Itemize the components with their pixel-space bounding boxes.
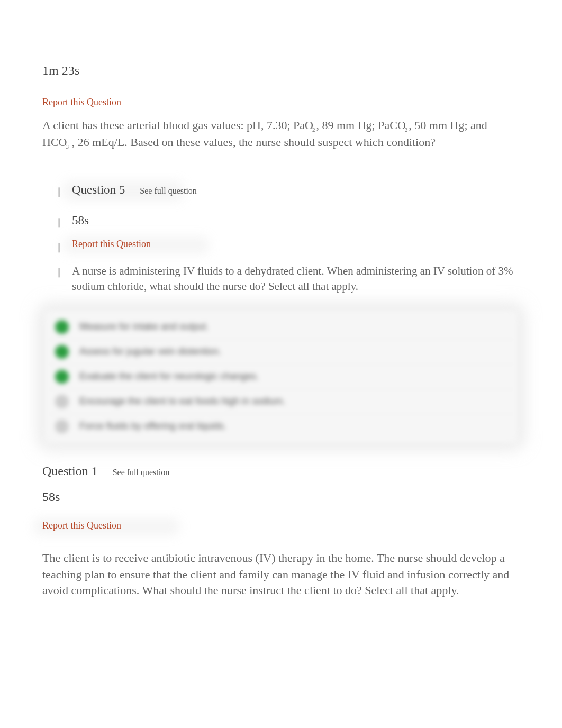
report-question-1-link[interactable]: Report this Question xyxy=(42,520,121,531)
see-full-question-1[interactable]: See full question xyxy=(113,468,170,477)
question-1-block: Question 1 See full question 58s Report … xyxy=(42,464,520,599)
check-icon xyxy=(55,370,69,384)
question-4-text: A client has these arterial blood gas va… xyxy=(42,117,520,151)
answer-text: Force fluids by offering oral liquids. xyxy=(79,421,226,432)
question-5-answers-blurred: Measure for intake and output. Assess fo… xyxy=(44,311,518,443)
unchecked-icon xyxy=(55,395,69,408)
answer-text: Evaluate the client for neurologic chang… xyxy=(79,371,259,382)
bullet-icon: ❘ xyxy=(55,183,62,198)
bullet-icon: ❘ xyxy=(55,214,62,229)
check-icon xyxy=(55,345,69,359)
question-5-text: A nurse is administering IV fluids to a … xyxy=(72,263,520,295)
answer-text: Measure for intake and output. xyxy=(79,321,209,332)
question-1-timer: 58s xyxy=(42,490,520,504)
unchecked-icon xyxy=(55,420,69,433)
answer-text: Encourage the client to eat foods high i… xyxy=(79,396,285,407)
answer-option[interactable]: Encourage the client to eat foods high i… xyxy=(48,389,514,414)
question-5-block: ❘ Question 5 See full question ❘ 58s ❘ R… xyxy=(42,183,520,295)
question-4-block: 1m 23s Report this Question A client has… xyxy=(42,63,520,151)
question-1-text: The client is to receive antibiotic intr… xyxy=(42,550,520,599)
answer-option[interactable]: Assess for jugular vein distention. xyxy=(48,340,514,365)
question-1-title: Question 1 xyxy=(42,464,98,478)
bullet-icon: ❘ xyxy=(55,263,62,279)
report-question-4-link[interactable]: Report this Question xyxy=(42,97,520,108)
see-full-question-5[interactable]: See full question xyxy=(140,186,197,196)
answer-option[interactable]: Force fluids by offering oral liquids. xyxy=(48,414,514,439)
answer-option[interactable]: Measure for intake and output. xyxy=(48,315,514,340)
answer-option[interactable]: Evaluate the client for neurologic chang… xyxy=(48,365,514,389)
question-5-title: Question 5 xyxy=(72,183,125,197)
check-icon xyxy=(55,320,69,334)
question-4-timer: 1m 23s xyxy=(42,63,520,78)
bullet-icon: ❘ xyxy=(55,239,62,254)
question-5-timer: 58s xyxy=(72,214,89,227)
answer-text: Assess for jugular vein distention. xyxy=(79,346,221,357)
report-question-5-link[interactable]: Report this Question xyxy=(72,239,151,250)
